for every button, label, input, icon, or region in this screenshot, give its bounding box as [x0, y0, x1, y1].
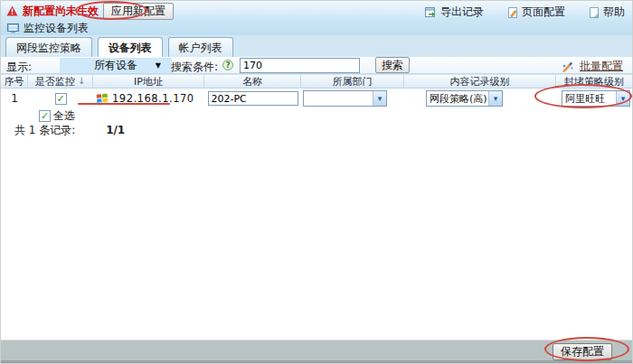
- chevron-down-icon: ▾: [616, 91, 629, 106]
- table-header: 序号 是否监控 ↓ IP地址 名称 所属部门 内容记录级别 封堵策略级别: [1, 74, 632, 89]
- display-label: 显示:: [6, 60, 32, 75]
- batch-config-link[interactable]: 批量配置: [580, 59, 623, 74]
- col-header-no: 序号: [1, 75, 28, 88]
- section-header: 监控设备列表: [7, 21, 89, 36]
- chevron-down-icon: ▾: [373, 91, 386, 106]
- row-number: 1: [1, 92, 28, 105]
- device-filter-value: 所有设备: [94, 58, 137, 73]
- batch-config-icon: [562, 61, 574, 72]
- filter-bar: 显示: 所有设备 ▼ 搜索条件: ? 搜索 批量配置 ?: [1, 57, 632, 74]
- content-level-value: 网段策略(高): [427, 92, 488, 106]
- search-label: 搜索条件:: [171, 60, 218, 75]
- monitor-checkbox[interactable]: ✓: [55, 93, 67, 105]
- batch-config-group: 批量配置 ?: [562, 59, 623, 74]
- config-status-group: 新配置尚未生效 应用新配置: [6, 3, 174, 19]
- export-icon: [425, 7, 437, 18]
- warning-icon: [6, 5, 18, 16]
- search-help-icon[interactable]: ?: [222, 60, 233, 70]
- help-action[interactable]: 帮助: [589, 5, 625, 20]
- tab-segment-policy[interactable]: 网段监控策略: [5, 37, 92, 57]
- save-config-button[interactable]: 保存配置: [553, 343, 612, 360]
- col-header-block-level: 封堵策略级别: [556, 75, 632, 88]
- col-header-monitor-label: 是否监控: [35, 75, 75, 89]
- content-level-dropdown[interactable]: 网段策略(高) ▾: [426, 90, 503, 107]
- help-icon: [589, 7, 600, 18]
- select-all-checkbox[interactable]: ✓: [39, 110, 51, 122]
- page-config-icon: [507, 7, 518, 18]
- block-level-dropdown[interactable]: 阿里旺旺 ▾: [562, 90, 630, 107]
- record-count-label: 共 1 条记录:: [14, 124, 75, 136]
- chevron-down-icon: ▾: [488, 91, 502, 106]
- top-toolbar: 新配置尚未生效 应用新配置 导出记录 页面配置 帮助: [1, 1, 632, 35]
- device-filter-dropdown[interactable]: 所有设备 ▼: [60, 58, 172, 73]
- select-all-group: ✓ 全选: [39, 108, 75, 124]
- help-label: 帮助: [603, 5, 625, 20]
- export-records-action[interactable]: 导出记录: [425, 5, 484, 20]
- config-warning-text: 新配置尚未生效: [23, 4, 99, 19]
- col-header-ip: IP地址: [93, 75, 204, 88]
- col-header-department: 所属部门: [301, 75, 404, 88]
- select-all-label: 全选: [53, 108, 75, 124]
- app-window: 新配置尚未生效 应用新配置 导出记录 页面配置 帮助: [0, 0, 633, 364]
- windows-icon: [96, 93, 109, 104]
- top-action-group: 导出记录 页面配置 帮助: [425, 5, 625, 20]
- search-button[interactable]: 搜索: [375, 57, 410, 73]
- device-list-icon: [7, 23, 19, 33]
- chevron-down-icon: ▼: [156, 61, 161, 70]
- col-header-content-level: 内容记录级别: [404, 75, 556, 88]
- device-name-input[interactable]: [208, 91, 298, 106]
- export-records-label: 导出记录: [440, 5, 484, 20]
- page-indicator: 1/1: [106, 124, 125, 136]
- ip-address: 192.168.1.170: [112, 92, 194, 105]
- page-config-label: 页面配置: [522, 5, 565, 20]
- department-dropdown[interactable]: ▾: [303, 90, 387, 107]
- apply-config-button[interactable]: 应用新配置: [103, 3, 174, 20]
- table-row: 1 ✓ 192.168.1.170 ▾ 网段策略(高) ▾: [1, 89, 632, 107]
- tab-account-list[interactable]: 帐户列表: [168, 37, 233, 57]
- col-header-name: 名称: [204, 75, 301, 88]
- page-config-action[interactable]: 页面配置: [507, 5, 565, 20]
- tab-bar: 网段监控策略 设备列表 帐户列表: [1, 35, 632, 57]
- col-header-monitor[interactable]: 是否监控 ↓: [28, 75, 93, 88]
- search-input[interactable]: [240, 58, 360, 73]
- sort-down-icon: ↓: [78, 77, 85, 86]
- section-title: 监控设备列表: [24, 21, 89, 36]
- record-summary: 共 1 条记录: 1/1: [14, 123, 125, 138]
- block-level-value: 阿里旺旺: [562, 92, 616, 106]
- tab-device-list[interactable]: 设备列表: [98, 37, 163, 57]
- bottom-bar: 保存配置: [1, 340, 632, 363]
